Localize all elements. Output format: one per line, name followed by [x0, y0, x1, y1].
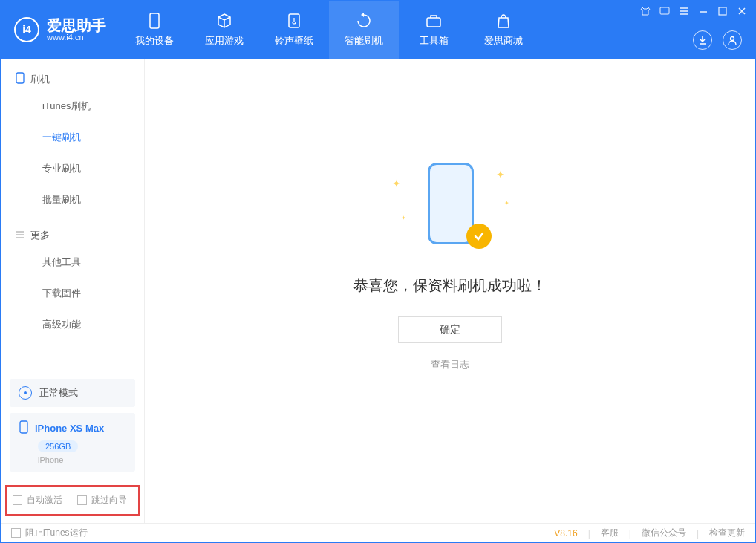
cube-icon — [215, 12, 233, 30]
success-illustration: ✦ ✦ ✦ ✦ — [405, 163, 495, 252]
device-phone-icon — [19, 420, 29, 436]
sidebar-section-flash: 刷机 iTunes刷机 一键刷机 专业刷机 批量刷机 — [1, 59, 144, 215]
svg-rect-5 — [719, 7, 726, 15]
logo-text-group: 爱思助手 www.i4.cn — [47, 18, 106, 42]
sparkle-icon: ✦ — [392, 178, 401, 189]
sidebar-item-other-tools[interactable]: 其他工具 — [16, 247, 144, 278]
block-itunes-label: 阻止iTunes运行 — [25, 527, 88, 539]
success-message: 恭喜您，保资料刷机成功啦！ — [353, 276, 547, 296]
nav-smart-flash[interactable]: 智能刷机 — [329, 1, 399, 59]
section-header-flash: 刷机 — [16, 72, 144, 86]
separator: | — [629, 528, 631, 539]
device-storage-badge: 256GB — [38, 440, 78, 452]
minimize-icon[interactable] — [697, 5, 709, 17]
sidebar-item-advanced[interactable]: 高级功能 — [16, 309, 144, 340]
nav-toolbox[interactable]: 工具箱 — [399, 1, 469, 59]
menu-icon[interactable] — [678, 5, 690, 17]
mode-label: 正常模式 — [39, 386, 78, 400]
nav-label: 爱思商城 — [484, 34, 523, 48]
sparkle-icon: ✦ — [504, 200, 509, 207]
separator: | — [588, 528, 590, 539]
sparkle-icon: ✦ — [496, 169, 505, 181]
nav-tabs: 我的设备 应用游戏 铃声壁纸 智能刷机 工具箱 爱思商城 — [120, 1, 538, 59]
footer-left: 阻止iTunes运行 — [11, 527, 88, 539]
window-controls — [639, 5, 748, 17]
svg-rect-9 — [20, 421, 27, 433]
svg-rect-3 — [427, 18, 440, 27]
header-right-icons — [693, 30, 742, 50]
mode-box[interactable]: 正常模式 — [10, 379, 135, 407]
svg-point-6 — [731, 37, 734, 41]
nav-label: 智能刷机 — [345, 34, 383, 48]
app-url: www.i4.cn — [47, 33, 106, 42]
svg-point-8 — [24, 391, 27, 394]
body: 刷机 iTunes刷机 一键刷机 专业刷机 批量刷机 更多 其他工具 下载固件 … — [1, 59, 755, 523]
svg-text:i4: i4 — [22, 24, 31, 36]
sidebar-item-download-firmware[interactable]: 下载固件 — [16, 278, 144, 309]
footer-right: V8.16 | 客服 | 微信公众号 | 检查更新 — [554, 527, 745, 539]
separator: | — [697, 528, 699, 539]
checkbox-label-auto-activate: 自动激活 — [27, 494, 62, 507]
mode-icon — [19, 386, 32, 400]
sparkle-icon: ✦ — [401, 215, 406, 221]
support-link[interactable]: 客服 — [601, 527, 619, 539]
app-name: 爱思助手 — [47, 18, 106, 33]
bag-icon — [495, 12, 512, 30]
device-name: iPhone XS Max — [35, 423, 104, 434]
close-icon[interactable] — [736, 5, 748, 17]
nav-label: 铃声壁纸 — [275, 34, 313, 48]
checkbox-auto-activate[interactable] — [13, 495, 22, 505]
section-header-more: 更多 — [16, 229, 144, 242]
list-icon — [16, 230, 25, 241]
header: i4 爱思助手 www.i4.cn 我的设备 应用游戏 铃声壁纸 智能刷机 工具… — [1, 1, 755, 59]
footer: 阻止iTunes运行 V8.16 | 客服 | 微信公众号 | 检查更新 — [1, 523, 755, 542]
download-icon[interactable] — [693, 30, 712, 50]
svg-rect-1 — [150, 13, 159, 28]
confirm-button[interactable]: 确定 — [398, 316, 502, 343]
version-label: V8.16 — [554, 528, 577, 539]
sidebar-item-oneclick-flash[interactable]: 一键刷机 — [16, 122, 144, 153]
view-log-link[interactable]: 查看日志 — [431, 358, 469, 371]
checkbox-block-itunes[interactable] — [11, 528, 21, 538]
logo-area: i4 爱思助手 www.i4.cn — [1, 17, 120, 42]
highlighted-options: 自动激活 跳过向导 — [5, 485, 140, 516]
checkmark-badge-icon — [466, 224, 492, 249]
update-link[interactable]: 检查更新 — [709, 527, 745, 539]
nav-my-device[interactable]: 我的设备 — [120, 1, 189, 59]
svg-rect-4 — [660, 7, 669, 14]
sidebar-item-pro-flash[interactable]: 专业刷机 — [16, 153, 144, 184]
nav-ringtones[interactable]: 铃声壁纸 — [259, 1, 329, 59]
skin-icon[interactable] — [639, 5, 651, 17]
feedback-icon[interactable] — [659, 5, 671, 17]
nav-label: 应用游戏 — [205, 34, 244, 48]
sidebar-item-itunes-flash[interactable]: iTunes刷机 — [16, 91, 144, 122]
maximize-icon[interactable] — [717, 5, 729, 17]
phone-small-icon — [16, 72, 25, 86]
wechat-link[interactable]: 微信公众号 — [642, 527, 686, 539]
sidebar-item-batch-flash[interactable]: 批量刷机 — [16, 184, 144, 215]
device-icon — [146, 12, 163, 30]
nav-store[interactable]: 爱思商城 — [469, 1, 538, 59]
toolbox-icon — [425, 12, 443, 30]
device-type: iPhone — [38, 455, 126, 464]
checkbox-skip-guide[interactable] — [77, 495, 87, 505]
nav-label: 我的设备 — [135, 34, 174, 48]
refresh-icon — [355, 12, 373, 30]
music-icon — [285, 12, 303, 30]
svg-rect-7 — [16, 73, 24, 83]
main-content: ✦ ✦ ✦ ✦ 恭喜您，保资料刷机成功啦！ 确定 查看日志 — [145, 59, 755, 523]
checkbox-label-skip-guide: 跳过向导 — [91, 494, 127, 507]
nav-apps-games[interactable]: 应用游戏 — [189, 1, 259, 59]
nav-label: 工具箱 — [420, 34, 449, 48]
device-box[interactable]: iPhone XS Max 256GB iPhone — [10, 413, 135, 472]
device-name-row: iPhone XS Max — [19, 420, 126, 436]
section-title: 刷机 — [30, 73, 50, 86]
user-icon[interactable] — [723, 30, 742, 50]
sidebar-section-more: 更多 其他工具 下载固件 高级功能 — [1, 215, 144, 340]
app-logo-icon: i4 — [14, 17, 39, 42]
section-title: 更多 — [30, 229, 50, 242]
sidebar: 刷机 iTunes刷机 一键刷机 专业刷机 批量刷机 更多 其他工具 下载固件 … — [1, 59, 145, 523]
